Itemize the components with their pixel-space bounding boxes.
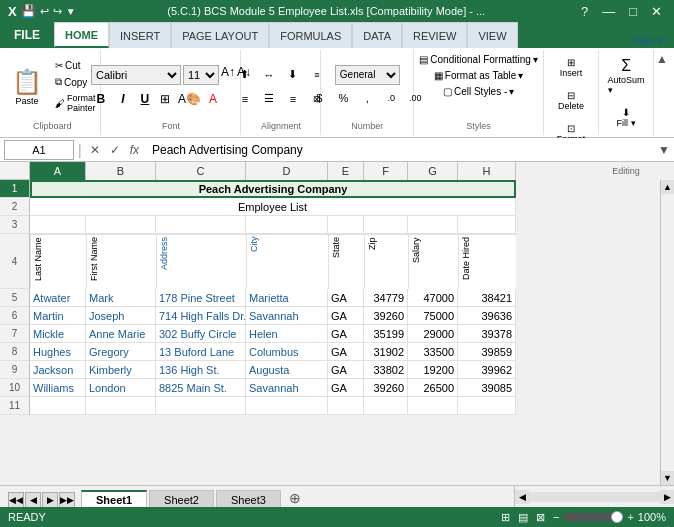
maximize-btn[interactable]: □ xyxy=(625,4,641,19)
row-num-2[interactable]: 2 xyxy=(0,198,30,216)
cell-f4[interactable]: Zip xyxy=(364,234,408,289)
cell-e10[interactable]: GA xyxy=(328,379,364,397)
cell-g9[interactable]: 19200 xyxy=(408,361,458,379)
underline-button[interactable]: U xyxy=(135,89,155,109)
align-middle-btn[interactable]: ↔ xyxy=(258,64,280,86)
row-num-10[interactable]: 10 xyxy=(0,379,30,397)
align-center-btn[interactable]: ☰ xyxy=(258,88,280,110)
cell-e5[interactable]: GA xyxy=(328,289,364,307)
cell-c6[interactable]: 714 High Falls Dr. xyxy=(156,307,246,325)
quick-access-save[interactable]: 💾 xyxy=(21,4,36,18)
cell-d7[interactable]: Helen xyxy=(246,325,328,343)
tab-file[interactable]: FILE xyxy=(0,22,54,48)
cell-c8[interactable]: 13 Buford Lane xyxy=(156,343,246,361)
cell-e11[interactable] xyxy=(328,397,364,415)
cell-c7[interactable]: 302 Buffy Circle xyxy=(156,325,246,343)
cell-a8[interactable]: Hughes xyxy=(30,343,86,361)
cell-c9[interactable]: 136 High St. xyxy=(156,361,246,379)
col-header-b[interactable]: B xyxy=(86,162,156,180)
cell-a3[interactable] xyxy=(30,216,86,234)
quick-access-undo[interactable]: ↩ xyxy=(40,5,49,18)
col-header-d[interactable]: D xyxy=(246,162,328,180)
row-num-8[interactable]: 8 xyxy=(0,343,30,361)
font-size-select[interactable]: 11 xyxy=(183,65,219,85)
cell-c3[interactable] xyxy=(156,216,246,234)
sheet-tab-1[interactable]: Sheet1 xyxy=(81,490,147,507)
cell-b4[interactable]: First Name xyxy=(86,234,156,289)
zoom-in-btn[interactable]: + xyxy=(627,511,633,523)
row-num-7[interactable]: 7 xyxy=(0,325,30,343)
align-left-btn[interactable]: ≡ xyxy=(234,88,256,110)
col-header-g[interactable]: G xyxy=(408,162,458,180)
format-as-table-btn[interactable]: ▦ Format as Table ▾ xyxy=(429,68,529,83)
cell-a11[interactable] xyxy=(30,397,86,415)
cell-d11[interactable] xyxy=(246,397,328,415)
scroll-up-btn[interactable]: ▲ xyxy=(661,180,675,194)
col-header-e[interactable]: E xyxy=(328,162,364,180)
cell-styles-btn[interactable]: ▢ Cell Styles - ▾ xyxy=(438,84,519,99)
cell-b3[interactable] xyxy=(86,216,156,234)
help-btn[interactable]: ? xyxy=(577,4,592,19)
cell-h8[interactable]: 39859 xyxy=(458,343,516,361)
row-num-3[interactable]: 3 xyxy=(0,216,30,234)
cell-e4[interactable]: State xyxy=(328,234,364,289)
cell-d9[interactable]: Augusta xyxy=(246,361,328,379)
cell-f8[interactable]: 31902 xyxy=(364,343,408,361)
vertical-scrollbar[interactable]: ▲ ▼ xyxy=(660,180,674,485)
cell-b7[interactable]: Anne Marie xyxy=(86,325,156,343)
cell-e6[interactable]: GA xyxy=(328,307,364,325)
cell-e9[interactable]: GA xyxy=(328,361,364,379)
col-header-c[interactable]: C xyxy=(156,162,246,180)
sheet-tab-2[interactable]: Sheet2 xyxy=(149,490,214,507)
cell-c4[interactable]: Address xyxy=(156,234,246,289)
tab-formulas[interactable]: FORMULAS xyxy=(269,22,352,48)
customize-icon[interactable]: ▼ xyxy=(66,6,76,17)
cell-h6[interactable]: 39636 xyxy=(458,307,516,325)
zoom-out-btn[interactable]: − xyxy=(553,511,559,523)
italic-button[interactable]: I xyxy=(113,89,133,109)
formula-input[interactable] xyxy=(147,140,654,160)
minimize-btn[interactable]: — xyxy=(598,4,619,19)
align-top-btn[interactable]: ⬆ xyxy=(234,64,256,86)
cell-d6[interactable]: Savannah xyxy=(246,307,328,325)
cell-g3[interactable] xyxy=(408,216,458,234)
tab-home[interactable]: HOME xyxy=(54,22,109,48)
cell-d10[interactable]: Savannah xyxy=(246,379,328,397)
cell-a6[interactable]: Martin xyxy=(30,307,86,325)
autosum-btn[interactable]: Σ AutoSum ▾ xyxy=(601,52,652,100)
font-color-btn[interactable]: A xyxy=(206,89,220,109)
cell-e7[interactable]: GA xyxy=(328,325,364,343)
tab-review[interactable]: REVIEW xyxy=(402,22,467,48)
tab-page-layout[interactable]: PAGE LAYOUT xyxy=(171,22,269,48)
scroll-right-btn[interactable]: ▶ xyxy=(660,490,674,504)
cell-f5[interactable]: 34779 xyxy=(364,289,408,307)
sign-in-link[interactable]: Sign in xyxy=(624,32,674,48)
tab-first-btn[interactable]: ◀◀ xyxy=(8,492,24,507)
fill-btn[interactable]: ⬇ Fill ▾ xyxy=(610,102,643,133)
cell-b6[interactable]: Joseph xyxy=(86,307,156,325)
cell-f6[interactable]: 39260 xyxy=(364,307,408,325)
tab-insert[interactable]: INSERT xyxy=(109,22,171,48)
confirm-formula-btn[interactable]: ✓ xyxy=(106,141,124,159)
cancel-formula-btn[interactable]: ✕ xyxy=(86,141,104,159)
row-num-5[interactable]: 5 xyxy=(0,289,30,307)
zoom-slider[interactable] xyxy=(563,513,623,521)
view-normal-btn[interactable]: ⊞ xyxy=(501,511,510,524)
cell-a2[interactable]: Employee List xyxy=(30,198,516,216)
bold-button[interactable]: B xyxy=(91,89,111,109)
cell-g10[interactable]: 26500 xyxy=(408,379,458,397)
col-header-h[interactable]: H xyxy=(458,162,516,180)
border-btn[interactable]: ⊞ xyxy=(157,89,173,109)
increase-decimal-btn[interactable]: .0 xyxy=(380,87,402,109)
tab-prev-btn[interactable]: ◀ xyxy=(25,492,41,507)
cell-c5[interactable]: 178 Pine Street xyxy=(156,289,246,307)
cell-h5[interactable]: 38421 xyxy=(458,289,516,307)
cell-d8[interactable]: Columbus xyxy=(246,343,328,361)
add-sheet-btn[interactable]: ⊕ xyxy=(283,488,307,507)
view-pagebreak-btn[interactable]: ⊠ xyxy=(536,511,545,524)
name-box[interactable] xyxy=(4,140,74,160)
cell-f11[interactable] xyxy=(364,397,408,415)
sheet-tab-3[interactable]: Sheet3 xyxy=(216,490,281,507)
comma-btn[interactable]: , xyxy=(356,87,378,109)
scroll-down-btn[interactable]: ▼ xyxy=(661,471,675,485)
